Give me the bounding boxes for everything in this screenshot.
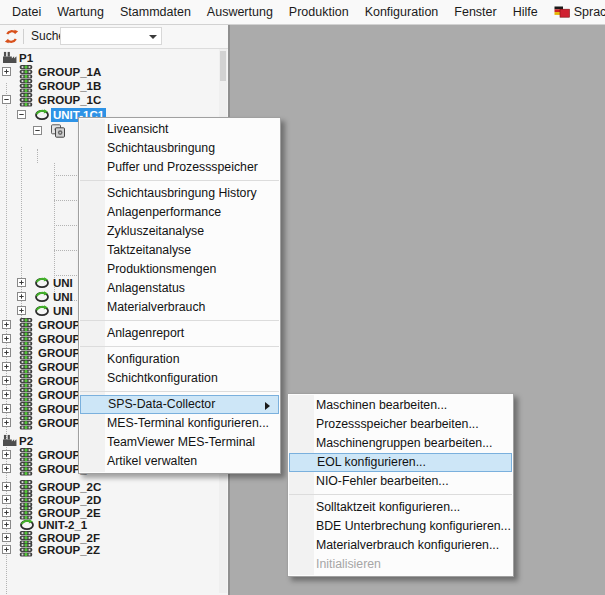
- unit-icon: [34, 276, 50, 289]
- menu-item-eol-konfigurieren[interactable]: EOL konfigurieren...: [289, 453, 512, 472]
- expand-plus-icon[interactable]: [17, 278, 26, 287]
- menu-item-mes-terminal-konfigurieren[interactable]: MES-Terminal konfigurieren...: [80, 414, 279, 433]
- menu-item-nio-fehler-bearbeiten[interactable]: NIO-Fehler bearbeiten...: [289, 472, 512, 491]
- tree-row-group-2c[interactable]: GROUP_2C: [0, 480, 228, 494]
- expand-plus-icon[interactable]: [2, 464, 11, 473]
- menu-item-label: TeamViewer MES-Terminal: [107, 435, 255, 449]
- menu-item-anlagenreport[interactable]: Anlagenreport: [80, 324, 279, 343]
- menu-item-bde-unterbrechung-konfigurieren[interactable]: BDE Unterbrechung konfigurieren...: [289, 517, 512, 536]
- menu-item-taktzeitanalyse[interactable]: Taktzeitanalyse: [80, 241, 279, 260]
- factory-icon: [2, 51, 17, 64]
- menu-item-materialverbrauch[interactable]: Materialverbrauch: [80, 298, 279, 317]
- menu-item-produktionsmengen[interactable]: Produktionsmengen: [80, 260, 279, 279]
- expand-plus-icon[interactable]: [2, 508, 11, 517]
- expand-plus-icon[interactable]: [2, 362, 11, 371]
- tree-connector-line: [54, 225, 77, 226]
- tree-node-label: GROUP_2C: [36, 480, 103, 494]
- tree-row-p1[interactable]: P1: [0, 51, 228, 65]
- expand-plus-icon[interactable]: [2, 404, 11, 413]
- menubar-item-label: Stammdaten: [120, 0, 191, 25]
- expand-plus-icon[interactable]: [2, 320, 11, 329]
- menu-item-initialisieren: Initialisieren: [289, 555, 512, 574]
- expand-plus-icon[interactable]: [17, 292, 26, 301]
- tree-row-group-2d[interactable]: GROUP_2D: [0, 493, 228, 507]
- machine-group-icon: [19, 480, 33, 494]
- expand-plus-icon[interactable]: [2, 533, 11, 542]
- menubar: DateiWartungStammdatenAuswertungProdukti…: [0, 0, 605, 25]
- expand-plus-icon[interactable]: [2, 520, 11, 529]
- menubar-item-fenster[interactable]: Fenster: [446, 0, 504, 25]
- tree-row-group-1b[interactable]: GROUP_1B: [0, 79, 228, 93]
- menubar-item-label: Konfiguration: [365, 0, 439, 25]
- machine-group-icon: [19, 388, 33, 402]
- menu-item-anlagenstatus[interactable]: Anlagenstatus: [80, 279, 279, 298]
- tree-row-group-1c[interactable]: GROUP_1C: [0, 93, 228, 107]
- machine-group-icon: [19, 493, 33, 507]
- menu-item-puffer-und-prozessspeicher[interactable]: Puffer und Prozessspeicher: [80, 158, 279, 177]
- menubar-item-label: Hilfe: [513, 0, 538, 25]
- menu-item-solltaktzeit-konfigurieren[interactable]: Solltaktzeit konfigurieren...: [289, 498, 512, 517]
- menubar-item-sprache[interactable]: Sprache: [546, 0, 605, 25]
- menu-item-schichtausbringung[interactable]: Schichtausbringung: [80, 139, 279, 158]
- tree-row-unit-2-1[interactable]: UNIT-2_1: [0, 518, 228, 532]
- menu-item-schichtkonfiguration[interactable]: Schichtkonfiguration: [80, 369, 279, 388]
- menu-item-label: Materialverbrauch konfigurieren...: [316, 538, 499, 552]
- menu-item-label: Schichtausbringung: [107, 141, 215, 155]
- unit-icon: [34, 290, 50, 303]
- menu-item-label: Schichtausbringung History: [107, 186, 257, 200]
- machine-group-icon: [19, 374, 33, 388]
- menubar-item-hilfe[interactable]: Hilfe: [505, 0, 546, 25]
- collapse-minus-icon[interactable]: [2, 95, 11, 104]
- tree-node-label: GROUP: [36, 360, 82, 374]
- tree-node-label: GROUP: [36, 332, 82, 346]
- tree-row-group-2z[interactable]: GROUP_2Z: [0, 543, 228, 557]
- menu-item-zykluszeitanalyse[interactable]: Zykluszeitanalyse: [80, 222, 279, 241]
- machine-group-icon: [19, 543, 33, 557]
- menu-item-anlagenperformance[interactable]: Anlagenperformance: [80, 203, 279, 222]
- menubar-item-produktion[interactable]: Produktion: [281, 0, 357, 25]
- tree-row-group-1a[interactable]: GROUP_1A: [0, 65, 228, 79]
- tree-connector-line: [37, 149, 38, 163]
- menubar-item-datei[interactable]: Datei: [4, 0, 49, 25]
- expand-plus-icon[interactable]: [2, 348, 11, 357]
- menu-item-schichtausbringung-history[interactable]: Schichtausbringung History: [80, 184, 279, 203]
- expand-plus-icon[interactable]: [2, 450, 11, 459]
- menu-item-konfiguration[interactable]: Konfiguration: [80, 350, 279, 369]
- menu-item-prozessspeicher-bearbeiten[interactable]: Prozessspeicher bearbeiten...: [289, 415, 512, 434]
- menu-item-label: Prozessspeicher bearbeiten...: [316, 417, 479, 431]
- machine-group-icon: [19, 332, 33, 346]
- menu-item-teamviewer-mes-terminal[interactable]: TeamViewer MES-Terminal: [80, 433, 279, 452]
- search-combobox[interactable]: [60, 27, 162, 45]
- expand-plus-icon[interactable]: [2, 67, 11, 76]
- menubar-item-stammdaten[interactable]: Stammdaten: [112, 0, 199, 25]
- menu-item-label: Liveansicht: [107, 122, 169, 136]
- menubar-item-label: Auswertung: [207, 0, 273, 25]
- collapse-minus-icon[interactable]: [17, 110, 26, 119]
- search-toolbar: Suche:: [0, 25, 228, 49]
- menu-item-artikel-verwalten[interactable]: Artikel verwalten: [80, 452, 279, 471]
- menubar-item-konfiguration[interactable]: Konfiguration: [357, 0, 447, 25]
- machine-group-icon: [19, 448, 33, 462]
- menu-item-sps-data-collector[interactable]: SPS-Data-Collector: [80, 395, 279, 414]
- expand-plus-icon[interactable]: [2, 334, 11, 343]
- expand-plus-icon[interactable]: [17, 306, 26, 315]
- menu-item-maschinengruppen-bearbeiten[interactable]: Maschinengruppen bearbeiten...: [289, 434, 512, 453]
- toolbar-separator: [23, 29, 24, 44]
- expand-plus-icon[interactable]: [2, 376, 11, 385]
- expand-plus-icon[interactable]: [2, 390, 11, 399]
- refresh-button[interactable]: [4, 29, 19, 44]
- expand-plus-icon[interactable]: [2, 545, 11, 554]
- menubar-item-wartung[interactable]: Wartung: [49, 0, 112, 25]
- collapse-minus-icon[interactable]: [33, 126, 42, 135]
- menu-item-materialverbrauch-konfigurieren[interactable]: Materialverbrauch konfigurieren...: [289, 536, 512, 555]
- menu-item-label: Zykluszeitanalyse: [107, 224, 204, 238]
- tree-node-label: GROUP_1A: [36, 65, 103, 79]
- menu-item-maschinen-bearbeiten[interactable]: Maschinen bearbeiten...: [289, 396, 512, 415]
- expand-plus-icon[interactable]: [2, 418, 11, 427]
- expand-plus-icon[interactable]: [2, 495, 11, 504]
- menu-item-label: Artikel verwalten: [107, 454, 197, 468]
- expand-plus-icon[interactable]: [2, 482, 11, 491]
- menubar-item-auswertung[interactable]: Auswertung: [199, 0, 281, 25]
- menubar-item-label: Fenster: [454, 0, 496, 25]
- menu-item-liveansicht[interactable]: Liveansicht: [80, 120, 279, 139]
